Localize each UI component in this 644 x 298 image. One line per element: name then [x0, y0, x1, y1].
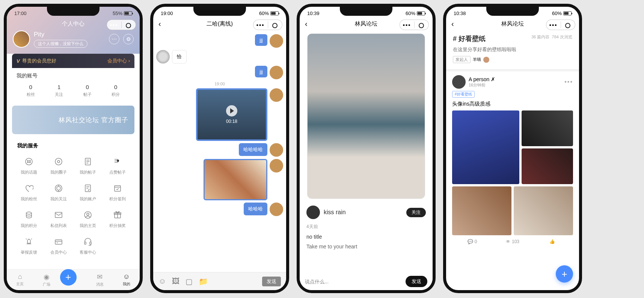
post-time: 4天前 — [300, 223, 433, 231]
feed-time: 16分钟前 — [469, 82, 495, 88]
svg-point-11 — [87, 213, 89, 215]
svc-vip[interactable]: 会员中心 — [44, 233, 74, 258]
bio: 这个人很懒，没留下什么 — [34, 40, 87, 48]
stat-posts[interactable]: 0帖子 — [73, 84, 102, 97]
svg-point-0 — [26, 158, 32, 165]
comment-input[interactable] — [305, 279, 402, 284]
message-in[interactable]: 恰 — [156, 50, 283, 64]
page-title: 个人中心 — [62, 20, 84, 27]
more-icon[interactable]: ••• — [564, 79, 573, 85]
tab-me[interactable]: ☺我的 — [113, 273, 140, 287]
svc-liked[interactable]: 点赞帖子 — [103, 153, 133, 178]
clock: 17:00 — [14, 11, 27, 16]
tab-plaza[interactable]: ◉广场 — [33, 273, 60, 287]
svg-rect-15 — [84, 242, 86, 244]
message-out[interactable]: jjj — [156, 34, 283, 48]
svg-rect-9 — [55, 212, 62, 218]
message-out[interactable]: jjj — [156, 66, 283, 79]
page-title: 林风论坛 — [501, 20, 524, 27]
compose-fab[interactable]: + — [556, 265, 573, 283]
author-name[interactable]: kiss rain — [324, 209, 346, 216]
svg-rect-7 — [115, 186, 121, 191]
feed-image[interactable] — [452, 110, 519, 184]
services-title: 我的服务 — [14, 142, 132, 149]
stat-points[interactable]: 0积分 — [102, 84, 130, 97]
back-button[interactable]: ‹ — [451, 20, 454, 28]
feed-image[interactable] — [522, 110, 573, 146]
post-image[interactable] — [307, 33, 425, 199]
svg-point-8 — [26, 212, 32, 214]
author-avatar[interactable] — [306, 206, 320, 219]
mp-capsule[interactable]: ••• — [400, 20, 429, 30]
time-separator: 19:00 — [156, 82, 283, 86]
tab-msg[interactable]: ✉消息 — [86, 273, 113, 287]
settings-icon[interactable]: ⚙ — [123, 34, 134, 44]
chat-title: 二哈(离线) — [207, 20, 233, 27]
vip-banner[interactable]: V 尊贵的会员您好 会员中心 › — [12, 54, 134, 68]
comments-count[interactable]: 💬 0 — [452, 239, 492, 244]
feed-image[interactable] — [522, 148, 573, 184]
tab-bar: ⌂主页 ◉广场 + ✉消息 ☺我的 — [7, 269, 140, 290]
svg-point-1 — [55, 158, 62, 165]
svc-circles[interactable]: 我的圈子 — [44, 153, 74, 178]
message-out[interactable]: 哈哈哈 — [156, 203, 283, 216]
chat-toolbar: ☺ 🖼 ▢ 📁 发送 — [153, 272, 286, 290]
post-body: Take me to your heart — [300, 241, 433, 250]
sponsor-name[interactable]: 羊喵 — [473, 57, 481, 62]
svg-rect-14 — [55, 240, 62, 244]
svc-homepage[interactable]: 我的主页 — [73, 206, 103, 231]
back-button[interactable]: ‹ — [158, 20, 161, 28]
avatar[interactable] — [13, 30, 30, 48]
svg-point-2 — [57, 160, 60, 163]
svc-posts[interactable]: 我的帖子 — [73, 153, 103, 178]
svc-report[interactable]: 举报反馈 — [14, 233, 44, 258]
folder-icon[interactable]: 📁 — [199, 277, 208, 286]
svc-following[interactable]: 我的关注 — [44, 180, 74, 205]
message-image[interactable] — [156, 159, 283, 200]
svc-checkin[interactable]: 积分签到 — [103, 180, 133, 205]
svg-rect-16 — [90, 242, 91, 244]
svc-messages[interactable]: 私信列表 — [44, 206, 74, 231]
feed-image[interactable] — [514, 186, 573, 235]
stat-follow[interactable]: 1关注 — [45, 84, 74, 97]
feed-tag[interactable]: #好看壁纸 — [452, 91, 475, 98]
username: Pity — [34, 31, 87, 38]
emoji-icon[interactable]: ☺ — [158, 277, 166, 286]
views-count: 👁 103 — [492, 239, 532, 244]
message-video[interactable]: 00:18 — [156, 88, 283, 141]
forum-banner[interactable]: 林风社交论坛 官方圈子 — [12, 106, 134, 134]
sponsor-label: 发起人 — [453, 56, 471, 63]
feed-avatar[interactable] — [452, 75, 466, 89]
tab-home[interactable]: ⌂主页 — [7, 273, 33, 287]
play-icon[interactable] — [226, 105, 237, 116]
mp-capsule[interactable]: ••• — [107, 20, 136, 30]
svg-point-5 — [57, 186, 60, 190]
feed-text: 头像ins高级质感 — [452, 101, 573, 107]
send-button[interactable]: 发送 — [262, 277, 281, 286]
feed-image[interactable] — [452, 186, 511, 235]
stat-fans[interactable]: 0粉丝 — [17, 84, 45, 97]
back-button[interactable]: ‹ — [305, 20, 308, 28]
topic-title: # 好看壁纸 — [453, 35, 486, 42]
chat-icon[interactable]: ⋯ — [109, 34, 119, 44]
svc-support[interactable]: 客服中心 — [73, 233, 103, 258]
follow-button[interactable]: 关注 — [406, 208, 426, 217]
send-button[interactable]: 发送 — [406, 276, 427, 287]
svc-lottery[interactable]: 积分抽奖 — [103, 206, 133, 231]
mp-capsule[interactable]: ••• — [253, 20, 282, 30]
message-out[interactable]: 哈哈哈哈 — [156, 143, 283, 157]
video-icon[interactable]: ▢ — [186, 277, 193, 286]
like-button[interactable]: 👍 — [533, 239, 573, 244]
sponsor-avatar[interactable] — [483, 57, 489, 63]
topic-desc: 在这里分享好看的壁纸啦啦啦 — [453, 46, 572, 53]
svc-topics[interactable]: 我的话题 — [14, 153, 44, 178]
feed-author[interactable]: A person ✗ — [469, 76, 495, 82]
post-title: no title — [300, 231, 433, 241]
image-icon[interactable]: 🖼 — [172, 277, 179, 286]
svc-fans[interactable]: 我的粉丝 — [14, 180, 44, 205]
mp-capsule[interactable]: ••• — [546, 20, 575, 30]
tab-add[interactable]: + — [60, 274, 87, 286]
svc-account[interactable]: 我的账户 — [73, 180, 103, 205]
svc-points[interactable]: 我的积分 — [14, 206, 44, 231]
section-title: 我的账号 — [17, 73, 130, 79]
